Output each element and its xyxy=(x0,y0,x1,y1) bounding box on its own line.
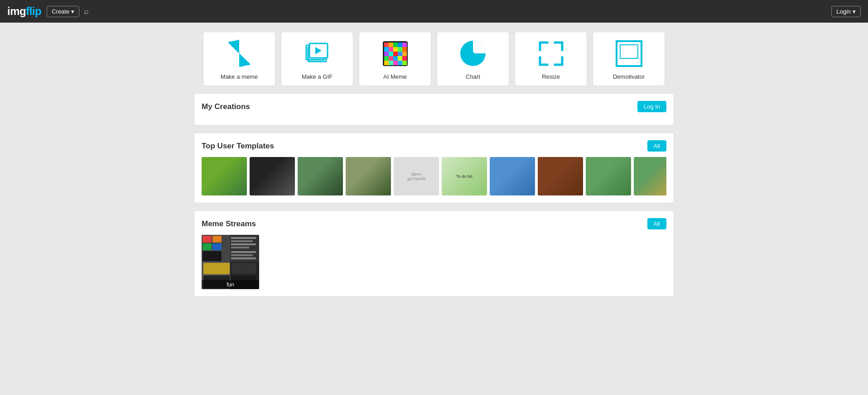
svg-rect-29 xyxy=(384,61,389,65)
template-thumb-9[interactable] xyxy=(586,157,631,195)
svg-rect-33 xyxy=(402,61,407,65)
my-creations-header: My Creations Log In xyxy=(202,101,666,112)
create-button[interactable]: Create ▾ xyxy=(47,6,79,17)
svg-rect-32 xyxy=(398,61,402,65)
svg-rect-17 xyxy=(398,47,402,52)
demotivator-icon xyxy=(613,38,645,70)
svg-rect-14 xyxy=(384,47,389,52)
main-content: Make a meme Make a GIF xyxy=(194,23,674,313)
resize-icon xyxy=(535,38,567,70)
search-icon: ⌕ xyxy=(84,7,89,16)
svg-rect-44 xyxy=(212,236,222,243)
stream-fun-label: fun xyxy=(202,280,259,289)
chart-icon xyxy=(457,38,489,70)
ai-meme-icon xyxy=(379,38,411,70)
svg-rect-48 xyxy=(231,237,256,239)
svg-rect-54 xyxy=(231,257,256,259)
svg-point-35 xyxy=(472,52,474,55)
svg-rect-52 xyxy=(231,251,256,253)
create-label: Create xyxy=(52,8,69,15)
templates-row: damngot hands To-do list xyxy=(202,157,666,195)
svg-rect-46 xyxy=(212,243,222,250)
search-button[interactable]: ⌕ xyxy=(84,7,89,16)
my-creations-title: My Creations xyxy=(202,102,250,111)
svg-rect-28 xyxy=(402,56,407,61)
template-thumb-7[interactable] xyxy=(490,157,535,195)
top-templates-title: Top User Templates xyxy=(202,142,274,151)
svg-rect-24 xyxy=(384,56,389,61)
template-thumb-3[interactable] xyxy=(298,157,343,195)
svg-rect-26 xyxy=(393,56,398,61)
svg-rect-45 xyxy=(203,243,212,250)
svg-rect-49 xyxy=(231,240,253,242)
svg-marker-2 xyxy=(228,40,239,53)
template-thumb-10[interactable] xyxy=(634,157,666,195)
svg-rect-18 xyxy=(402,47,407,52)
tool-card-chart[interactable]: Chart xyxy=(437,32,509,86)
logo: imgflip xyxy=(7,5,41,18)
login-button[interactable]: Login ▾ xyxy=(831,6,861,17)
template-thumb-1[interactable] xyxy=(202,157,247,195)
svg-rect-31 xyxy=(393,61,398,65)
header: imgflip Create ▾ ⌕ Login ▾ xyxy=(0,0,868,23)
tool-card-make-meme[interactable]: Make a meme xyxy=(203,32,275,86)
svg-rect-53 xyxy=(231,254,253,256)
svg-rect-22 xyxy=(398,52,402,56)
login-label: Login xyxy=(836,8,851,15)
template-thumb-5[interactable]: damngot hands xyxy=(394,157,439,195)
svg-rect-19 xyxy=(384,52,389,56)
stream-thumb-fun[interactable]: fun xyxy=(202,235,259,289)
svg-rect-10 xyxy=(389,43,393,47)
template-thumb-6[interactable]: To-do list xyxy=(442,157,487,195)
template-thumb-2[interactable] xyxy=(250,157,295,195)
top-templates-section: Top User Templates All damngot hands To-… xyxy=(194,133,674,203)
meme-streams-section: Meme Streams All xyxy=(194,210,674,297)
tool-card-demotivator[interactable]: Demotivator xyxy=(593,32,665,86)
svg-rect-23 xyxy=(402,52,407,56)
my-creations-login-button[interactable]: Log In xyxy=(637,101,666,112)
svg-rect-11 xyxy=(393,43,398,47)
svg-rect-43 xyxy=(203,236,212,243)
top-templates-all-button[interactable]: All xyxy=(647,140,666,152)
svg-rect-21 xyxy=(393,52,398,56)
svg-rect-38 xyxy=(621,45,637,58)
chart-label: Chart xyxy=(466,73,480,80)
tool-card-make-gif[interactable]: Make a GIF xyxy=(281,32,353,86)
svg-rect-30 xyxy=(389,61,393,65)
tool-card-resize[interactable]: Resize xyxy=(515,32,587,86)
make-meme-icon xyxy=(223,38,255,70)
template-thumb-4[interactable] xyxy=(346,157,391,195)
svg-rect-51 xyxy=(231,247,249,248)
svg-rect-20 xyxy=(389,52,393,56)
top-templates-header: Top User Templates All xyxy=(202,140,666,152)
svg-rect-55 xyxy=(203,263,230,274)
template-thumb-8[interactable] xyxy=(538,157,583,195)
resize-label: Resize xyxy=(542,73,560,80)
svg-rect-16 xyxy=(393,47,398,52)
my-creations-section: My Creations Log In xyxy=(194,93,674,125)
meme-streams-title: Meme Streams xyxy=(202,219,256,228)
make-gif-label: Make a GIF xyxy=(302,73,333,80)
svg-rect-25 xyxy=(389,56,393,61)
make-gif-icon xyxy=(301,38,333,70)
ai-meme-label: AI Meme xyxy=(383,73,407,80)
login-chevron-icon: ▾ xyxy=(853,8,856,15)
svg-rect-15 xyxy=(389,47,393,52)
streams-row: fun xyxy=(202,235,666,289)
create-chevron-icon: ▾ xyxy=(71,8,74,15)
make-meme-label: Make a meme xyxy=(221,73,258,80)
svg-rect-47 xyxy=(203,251,222,261)
svg-rect-9 xyxy=(384,43,389,47)
svg-rect-12 xyxy=(398,43,402,47)
svg-rect-27 xyxy=(398,56,402,61)
svg-rect-13 xyxy=(402,43,407,47)
tool-cards-row: Make a meme Make a GIF xyxy=(194,32,674,86)
svg-rect-50 xyxy=(231,243,256,245)
logo-flip: flip xyxy=(26,5,41,17)
meme-streams-header: Meme Streams All xyxy=(202,218,666,229)
tool-card-ai-meme[interactable]: AI Meme xyxy=(359,32,431,86)
demotivator-label: Demotivator xyxy=(613,73,645,80)
svg-rect-56 xyxy=(231,263,256,274)
meme-streams-all-button[interactable]: All xyxy=(647,218,666,229)
